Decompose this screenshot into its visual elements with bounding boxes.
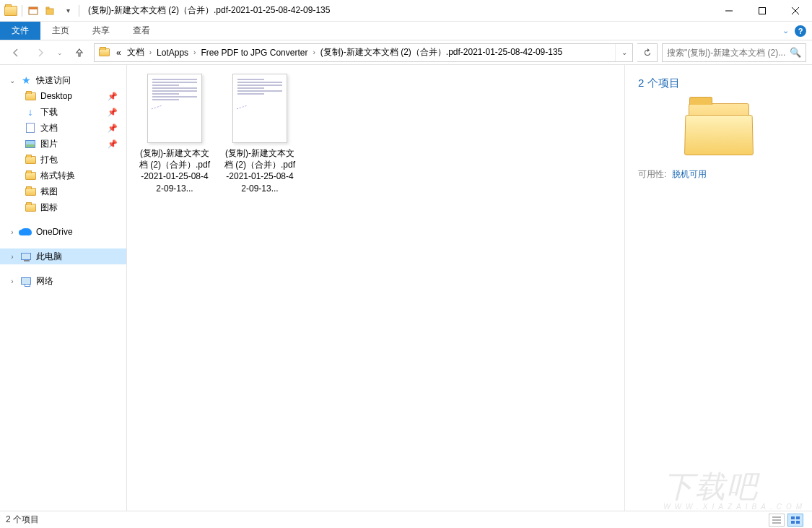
sidebar-item-geshi[interactable]: 格式转换 [0, 168, 126, 183]
address-folder-icon [97, 46, 111, 60]
svg-rect-14 [796, 521, 800, 524]
search-icon[interactable]: 🔍 [790, 47, 801, 58]
file-list-view[interactable]: ---- (复制)-新建文本文档 (2)（合并）.pdf-2021-01-25-… [127, 65, 624, 511]
svg-rect-13 [791, 521, 795, 524]
sidebar-item-dabao[interactable]: 打包 [0, 152, 126, 168]
sidebar-item-label: OneDrive [36, 227, 73, 237]
folder-app-icon[interactable] [3, 3, 19, 19]
crumb-documents[interactable]: 文档 [124, 46, 147, 59]
crumb-converter[interactable]: Free PDF to JPG Converter [198, 48, 310, 58]
nav-up-button[interactable] [69, 43, 90, 63]
star-icon: ★ [20, 74, 32, 86]
sidebar-quick-access[interactable]: ⌄ ★ 快速访问 [0, 72, 126, 88]
pin-icon: 📌 [108, 108, 118, 117]
file-name-label: (复制)-新建文本文档 (2)（合并）.pdf-2021-01-25-08-42… [139, 147, 211, 194]
view-details-button[interactable] [769, 514, 785, 527]
svg-rect-2 [46, 9, 53, 14]
chevron-right-icon[interactable]: › [310, 48, 317, 56]
address-row: ⌄ « 文档 › LotApps › Free PDF to JPG Conve… [0, 40, 812, 65]
folder-icon [25, 90, 36, 102]
refresh-button[interactable] [637, 43, 658, 62]
chevron-right-icon[interactable]: › [9, 277, 16, 285]
sidebar-item-desktop[interactable]: Desktop 📌 [0, 88, 126, 104]
minimize-button[interactable] [712, 0, 746, 21]
pc-icon [20, 251, 32, 262]
sidebar-label: 快速访问 [36, 74, 71, 87]
chevron-right-icon[interactable]: › [147, 48, 154, 56]
navigation-pane: ⌄ ★ 快速访问 Desktop 📌 ↓ 下载 📌 文档 📌 图片 [0, 65, 127, 511]
search-input[interactable] [667, 48, 790, 58]
chevron-right-icon[interactable]: › [191, 48, 198, 56]
pin-icon: 📌 [108, 92, 118, 101]
download-icon: ↓ [25, 106, 36, 118]
qat-customize-button[interactable]: ▾ [60, 3, 76, 19]
window-controls [712, 0, 812, 21]
status-item-count: 2 个项目 [6, 514, 39, 526]
file-thumbnail: ---- [232, 74, 287, 143]
pin-icon: 📌 [108, 139, 118, 149]
search-box[interactable]: 🔍 [662, 43, 806, 62]
crumb-prefix[interactable]: « [113, 48, 124, 58]
quick-access-toolbar: ▾ [0, 3, 84, 19]
availability-label: 可用性: [638, 168, 666, 181]
view-icons-button[interactable] [787, 514, 803, 527]
picture-icon [25, 138, 36, 150]
onedrive-icon [20, 226, 32, 238]
tab-view[interactable]: 查看 [121, 22, 162, 40]
tab-file[interactable]: 文件 [0, 22, 40, 40]
details-pane: 2 个项目 可用性: 脱机可用 [624, 65, 812, 511]
sidebar-item-label: 打包 [40, 154, 58, 166]
sidebar-thispc[interactable]: › 此电脑 [0, 248, 126, 264]
ribbon-expand-icon[interactable]: ⌄ [782, 26, 789, 35]
crumb-current[interactable]: (复制)-新建文本文档 (2)（合并）.pdf-2021-01-25-08-42… [318, 46, 565, 59]
close-button[interactable] [779, 0, 812, 21]
sidebar-item-label: 网络 [36, 275, 53, 287]
pin-icon: 📌 [108, 124, 118, 133]
breadcrumb: « 文档 › LotApps › Free PDF to JPG Convert… [113, 46, 615, 59]
svg-rect-1 [29, 7, 38, 9]
crumb-lotapps[interactable]: LotApps [154, 48, 191, 58]
sidebar-item-tubiao[interactable]: 图标 [0, 199, 126, 215]
network-icon [20, 275, 32, 287]
qat-divider [22, 5, 22, 17]
svg-rect-12 [796, 516, 800, 519]
file-thumbnail: ---- [147, 74, 202, 143]
address-dropdown-button[interactable]: ⌄ [615, 44, 632, 61]
main-area: ⌄ ★ 快速访问 Desktop 📌 ↓ 下载 📌 文档 📌 图片 [0, 65, 812, 511]
window-title: (复制)-新建文本文档 (2)（合并）.pdf-2021-01-25-08-42… [84, 4, 712, 17]
sidebar-onedrive[interactable]: › OneDrive [0, 224, 126, 240]
folder-icon [25, 186, 36, 197]
maximize-button[interactable] [746, 0, 779, 21]
sidebar-item-label: 图片 [40, 138, 58, 150]
sidebar-item-downloads[interactable]: ↓ 下载 📌 [0, 104, 126, 120]
file-name-label: (复制)-新建文本文档 (2)（合并）.pdf-2021-01-25-08-42… [224, 147, 296, 194]
svg-rect-5 [759, 7, 766, 14]
sidebar-item-jietu[interactable]: 截图 [0, 183, 126, 199]
qat-newfolder-button[interactable] [43, 3, 58, 19]
tab-home[interactable]: 主页 [40, 22, 81, 40]
help-icon[interactable]: ? [795, 25, 806, 37]
sidebar-item-pictures[interactable]: 图片 📌 [0, 136, 126, 152]
svg-rect-11 [791, 516, 795, 519]
document-icon [25, 122, 36, 134]
qat-properties-button[interactable] [25, 3, 41, 19]
details-title: 2 个项目 [638, 77, 799, 90]
tab-share[interactable]: 共享 [81, 22, 121, 40]
chevron-right-icon[interactable]: › [9, 253, 16, 261]
nav-recent-dropdown[interactable]: ⌄ [55, 43, 65, 63]
sidebar-item-documents[interactable]: 文档 📌 [0, 120, 126, 136]
nav-forward-button[interactable] [30, 43, 51, 63]
ribbon-tabs: 文件 主页 共享 查看 ⌄ ? [0, 22, 812, 40]
chevron-right-icon[interactable]: › [9, 228, 16, 236]
titlebar: ▾ (复制)-新建文本文档 (2)（合并）.pdf-2021-01-25-08-… [0, 0, 812, 22]
sidebar-network[interactable]: › 网络 [0, 273, 126, 289]
chevron-down-icon[interactable]: ⌄ [9, 77, 16, 85]
nav-back-button[interactable] [6, 43, 26, 63]
sidebar-item-label: 图标 [40, 202, 58, 214]
details-availability-row: 可用性: 脱机可用 [638, 168, 799, 181]
availability-value: 脱机可用 [672, 168, 707, 181]
address-bar[interactable]: « 文档 › LotApps › Free PDF to JPG Convert… [94, 43, 633, 62]
sidebar-item-label: 截图 [40, 186, 58, 198]
file-item[interactable]: ---- (复制)-新建文本文档 (2)（合并）.pdf-2021-01-25-… [139, 74, 211, 194]
file-item[interactable]: ---- (复制)-新建文本文档 (2)（合并）.pdf-2021-01-25-… [224, 74, 296, 194]
